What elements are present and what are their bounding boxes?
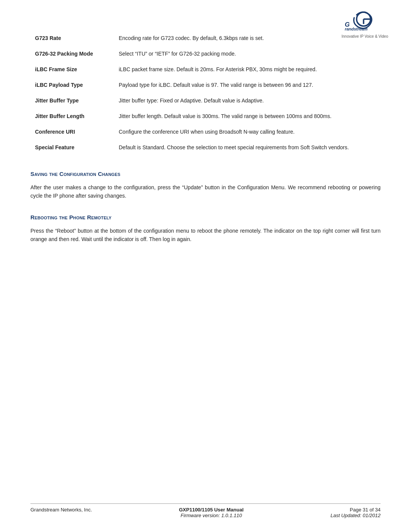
table-definition: Encoding rate for G723 codec. By default… xyxy=(114,30,381,46)
section-heading-saving: Saving the Configuration Changes xyxy=(30,171,381,177)
footer-page: Page 31 of 34 xyxy=(330,507,381,513)
table-definition: Default is Standard. Choose the selectio… xyxy=(114,140,381,155)
footer-center: GXP1100/1105 User Manual Firmware versio… xyxy=(179,507,244,518)
footer-manual-title: GXP1100/1105 User Manual xyxy=(179,507,244,513)
logo-tagline: Innovative IP Voice & Video xyxy=(342,34,389,38)
table-term: Conference URI xyxy=(30,124,114,140)
logo-area: randstream G Innovative IP Voice & Video xyxy=(342,11,389,38)
footer-firmware: Firmware version: 1.0.1.110 xyxy=(179,513,244,518)
table-term: Jitter Buffer Type xyxy=(30,93,114,109)
section-body-saving: After the user makes a change to the con… xyxy=(30,183,381,200)
table-row: G726-32 Packing ModeSelect “ITU” or “IET… xyxy=(30,46,381,62)
table-term: Special Feature xyxy=(30,140,114,155)
table-definition: Payload type for iLBC. Default value is … xyxy=(114,77,381,93)
table-term: Jitter Buffer Length xyxy=(30,109,114,124)
table-term: G726-32 Packing Mode xyxy=(30,46,114,62)
section-body-rebooting: Press the “Reboot” button at the bottom … xyxy=(30,227,381,244)
table-row: Jitter Buffer LengthJitter buffer length… xyxy=(30,109,381,124)
table-definition: Jitter buffer type: Fixed or Adaptive. D… xyxy=(114,93,381,109)
grandstream-logo: randstream G xyxy=(342,11,388,32)
table-row: Special FeatureDefault is Standard. Choo… xyxy=(30,140,381,155)
table-definition: Select “ITU” or “IETF” for G726-32 packi… xyxy=(114,46,381,62)
footer-company: Grandstream Networks, Inc. xyxy=(30,507,92,513)
table-row: Conference URIConfigure the conference U… xyxy=(30,124,381,140)
footer: Grandstream Networks, Inc. GXP1100/1105 … xyxy=(30,503,381,518)
table-term: iLBC Payload Type xyxy=(30,77,114,93)
table-definition: Configure the conference URI when using … xyxy=(114,124,381,140)
footer-right: Page 31 of 34 Last Updated: 01/2012 xyxy=(330,507,381,518)
settings-table: G723 RateEncoding rate for G723 codec. B… xyxy=(30,30,381,155)
table-term: iLBC Frame Size xyxy=(30,62,114,77)
svg-text:G: G xyxy=(345,21,350,28)
table-row: iLBC Frame SizeiLBC packet frame size. D… xyxy=(30,62,381,77)
table-definition: iLBC packet frame size. Default is 20ms.… xyxy=(114,62,381,77)
table-row: Jitter Buffer TypeJitter buffer type: Fi… xyxy=(30,93,381,109)
page: randstream G Innovative IP Voice & Video… xyxy=(0,0,411,532)
table-definition: Jitter buffer length. Default value is 3… xyxy=(114,109,381,124)
section-heading-rebooting: Rebooting the Phone Remotely xyxy=(30,214,381,220)
table-row: G723 RateEncoding rate for G723 codec. B… xyxy=(30,30,381,46)
table-row: iLBC Payload TypePayload type for iLBC. … xyxy=(30,77,381,93)
table-term: G723 Rate xyxy=(30,30,114,46)
footer-last-updated: Last Updated: 01/2012 xyxy=(330,513,381,518)
